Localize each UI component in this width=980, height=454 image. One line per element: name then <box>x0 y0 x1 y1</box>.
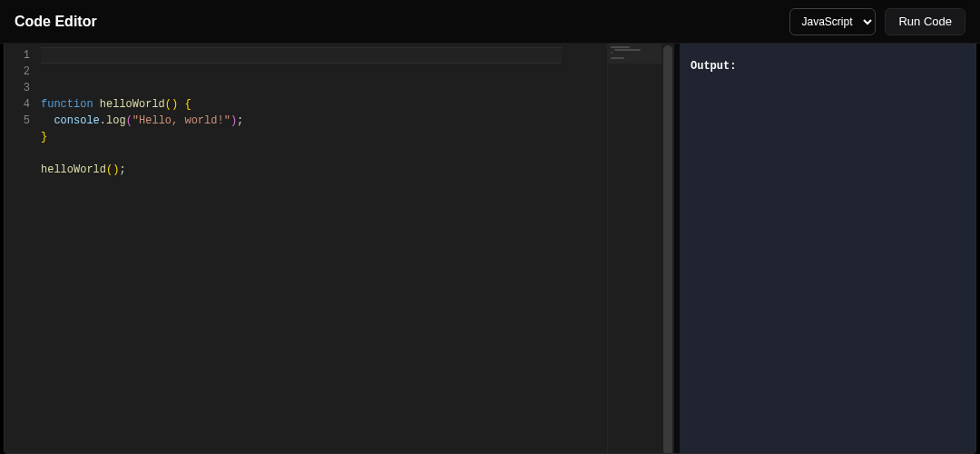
header: Code Editor JavaScriptPythonTypeScript R… <box>0 0 980 44</box>
code-line[interactable]: function helloWorld() { <box>41 96 607 113</box>
language-select[interactable]: JavaScriptPythonTypeScript <box>789 8 876 35</box>
minimap[interactable] <box>607 44 662 453</box>
minimap-content <box>611 46 659 60</box>
code-line[interactable]: helloWorld(); <box>41 162 607 178</box>
editor-scrollbar[interactable] <box>662 44 674 453</box>
code-line[interactable]: console.log("Hello, world!"); <box>41 113 607 129</box>
editor-pane: 12345 function helloWorld() { console.lo… <box>5 44 674 453</box>
app-title: Code Editor <box>15 14 97 30</box>
output-pane: Output: <box>680 44 975 453</box>
line-number: 3 <box>5 80 30 96</box>
line-number: 1 <box>5 47 30 64</box>
line-number: 5 <box>5 113 30 129</box>
current-line-highlight <box>41 47 562 64</box>
code-line[interactable]: } <box>41 129 607 145</box>
line-number: 2 <box>5 64 30 80</box>
header-controls: JavaScriptPythonTypeScript Run Code <box>789 8 965 35</box>
code-editor[interactable]: function helloWorld() { console.log("Hel… <box>41 44 607 453</box>
line-number-gutter: 12345 <box>5 44 41 453</box>
main-area: 12345 function helloWorld() { console.lo… <box>4 44 976 454</box>
line-number: 4 <box>5 96 30 113</box>
editor-scrollbar-thumb[interactable] <box>663 45 672 453</box>
output-label: Output: <box>691 60 736 73</box>
run-code-button[interactable]: Run Code <box>885 8 965 35</box>
code-line[interactable] <box>41 145 607 162</box>
